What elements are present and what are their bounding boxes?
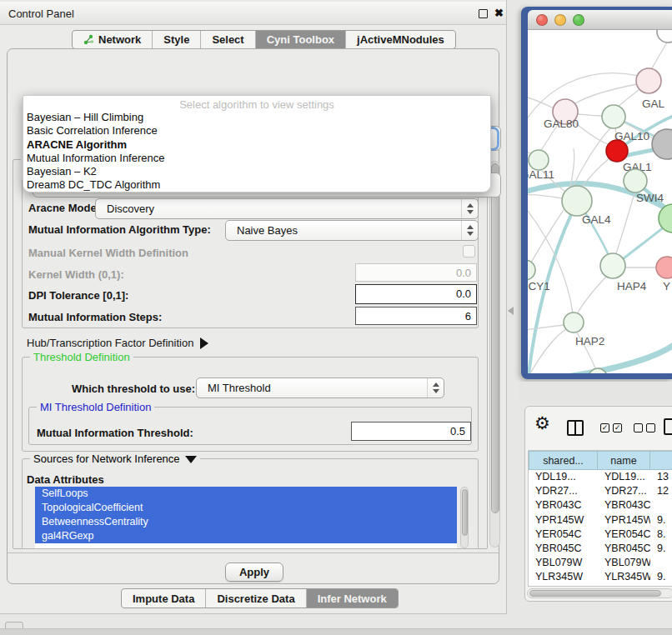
tab-jactivemnodules[interactable]: jActiveMNodules — [346, 31, 455, 48]
network-window-titlebar[interactable] — [528, 10, 672, 30]
algorithm-option[interactable]: Basic Correlation Inference — [23, 124, 490, 138]
table-row[interactable]: YDR27...YDR27...12 — [529, 484, 672, 498]
splitter-handle[interactable] — [508, 307, 514, 315]
which-threshold-value: MI Threshold — [208, 382, 271, 394]
mi-algorithm-type-combo[interactable]: Naive Bayes — [225, 220, 479, 241]
column-header[interactable] — [650, 451, 672, 470]
network-node-gal11[interactable] — [529, 150, 549, 170]
network-node-gal[interactable] — [636, 68, 661, 93]
network-edge — [577, 276, 607, 314]
table-cell: YIL052C — [598, 585, 650, 588]
algorithm-option[interactable]: Mutual Information Inference — [23, 152, 490, 165]
table-horizontal-scrollbar[interactable] — [527, 588, 672, 598]
node-label: GAL80 — [544, 118, 579, 130]
table-row[interactable]: YDL19...YDL19...13 — [529, 470, 672, 484]
mi-threshold-field[interactable]: 0.5 — [351, 422, 471, 441]
select-all-checked-icon[interactable]: ✓✓ — [600, 423, 622, 432]
network-edge — [530, 210, 564, 264]
settings-scrollbar[interactable] — [489, 161, 500, 548]
manual-kernel-checkbox[interactable] — [463, 245, 475, 258]
float-window-icon[interactable] — [479, 9, 488, 18]
network-node[interactable] — [652, 129, 672, 159]
table-cell: YIL052C — [529, 585, 598, 588]
algorithm-option[interactable]: ARACNE Algorithm — [23, 138, 490, 152]
attribute-item[interactable]: SelfLoops — [35, 487, 457, 501]
select-none-unchecked-icon[interactable] — [634, 423, 655, 432]
kernel-width-field[interactable]: 0.0 — [355, 263, 477, 282]
network-edge — [651, 42, 667, 70]
column-header-shared[interactable]: shared... — [529, 451, 598, 470]
hub-section-expander[interactable]: Hub/Transcription Factor Definition — [27, 337, 208, 349]
network-edge — [578, 114, 602, 116]
table-cell: YER054C — [529, 528, 598, 542]
tab-infer-network[interactable]: Infer Network — [307, 589, 398, 608]
attribute-item[interactable]: BetweennessCentrality — [35, 515, 457, 529]
mi-threshold-label: Mutual Information Threshold: — [37, 427, 193, 439]
data-attributes-label: Data Attributes — [27, 473, 104, 486]
table-row[interactable]: YER054CYER054C8. — [529, 528, 672, 542]
network-node-gal10[interactable] — [602, 105, 625, 128]
network-node-gal1[interactable] — [606, 140, 628, 162]
apply-button[interactable]: Apply — [225, 562, 283, 582]
mac-zoom-icon[interactable] — [573, 14, 584, 26]
algorithm-option[interactable]: Dream8 DC_TDC Algorithm — [23, 178, 490, 192]
network-node-y[interactable] — [656, 257, 672, 278]
network-node-gal4[interactable] — [562, 186, 592, 216]
column-header-name[interactable]: name — [598, 451, 650, 470]
network-node-gcy1[interactable] — [528, 260, 535, 280]
mi-steps-field[interactable]: 6 — [355, 307, 477, 325]
table-cell: 9. — [650, 542, 672, 556]
settings-gear-icon[interactable]: ⚙ — [534, 413, 550, 433]
node-label: GAL — [642, 98, 665, 110]
mac-minimize-icon[interactable] — [554, 14, 566, 26]
tab-label: Impute Data — [133, 592, 194, 605]
split-columns-icon[interactable] — [567, 420, 584, 436]
tab-network[interactable]: Network — [73, 31, 153, 48]
attributes-list-scrollbar[interactable] — [460, 487, 469, 548]
network-edge — [616, 193, 634, 253]
network-node[interactable] — [657, 30, 672, 42]
tab-select[interactable]: Select — [201, 31, 255, 48]
popup-placeholder: Select algorithm to view settings — [23, 96, 490, 111]
document-icon[interactable] — [664, 418, 672, 435]
tab-impute-data[interactable]: Impute Data — [122, 589, 206, 608]
window-title: Control Panel — [8, 2, 74, 26]
table-row[interactable]: YBR043CYBR043C — [529, 498, 672, 512]
algorithm-option[interactable]: Bayesian – Hill Climbing — [23, 111, 490, 124]
network-node-hap2[interactable] — [564, 312, 584, 332]
dpi-tolerance-field[interactable]: 0.0 — [355, 284, 477, 304]
table-cell: YBR045C — [598, 542, 650, 556]
close-window-icon[interactable]: ✖ — [494, 7, 504, 19]
network-view-window: GALGAL80GAL10GAL1GAL11SWI4GAL4GCY1HAP4YH… — [521, 7, 672, 379]
table-cell: YLR345W — [598, 570, 650, 584]
table-cell: 9. — [650, 585, 672, 588]
table-row[interactable]: YBR045CYBR045C9. — [529, 542, 672, 556]
network-canvas[interactable]: GALGAL80GAL10GAL1GAL11SWI4GAL4GCY1HAP4YH… — [528, 30, 672, 373]
tab-discretize-data[interactable]: Discretize Data — [206, 589, 306, 608]
network-node-hap4[interactable] — [600, 253, 625, 278]
sources-collapse-control[interactable]: Sources for Network Inference — [30, 452, 200, 465]
table-row[interactable]: YPR145WYPR145W9. — [529, 513, 672, 528]
node-label: GCY1 — [528, 280, 550, 292]
algorithm-option[interactable]: Bayesian – K2 — [23, 165, 490, 178]
network-edge — [574, 122, 608, 144]
aracne-mode-combo[interactable]: Discovery — [95, 198, 479, 219]
table-row[interactable]: YLR345WYLR345W9. — [529, 570, 672, 584]
table-cell: YLR345W — [529, 570, 598, 584]
attribute-item[interactable]: gal4RGexp — [35, 529, 457, 543]
tab-cyni-toolbox[interactable]: Cyni Toolbox — [256, 31, 346, 48]
table-row[interactable]: YBL079WYBL079W — [529, 556, 672, 570]
node-table: shared...name YDL19...YDL19...13YDR27...… — [528, 450, 672, 587]
tab-label: Style — [163, 33, 189, 46]
table-panel-header: Table Panel — [519, 382, 672, 403]
attribute-item[interactable]: TopologicalCoefficient — [35, 501, 457, 515]
table-row[interactable]: YIL052CYIL052C9. — [529, 585, 672, 588]
mac-close-icon[interactable] — [536, 14, 548, 26]
which-threshold-combo[interactable]: MI Threshold — [196, 378, 444, 398]
network-node[interactable] — [624, 169, 647, 192]
table-cell: 8. — [650, 528, 672, 542]
algorithm-select-popup: Select algorithm to view settings Bayesi… — [23, 95, 491, 192]
table-cell: YBL079W — [529, 556, 598, 570]
tab-style[interactable]: Style — [153, 31, 201, 48]
algorithm-option-list: Bayesian – Hill ClimbingBasic Correlatio… — [23, 111, 490, 192]
